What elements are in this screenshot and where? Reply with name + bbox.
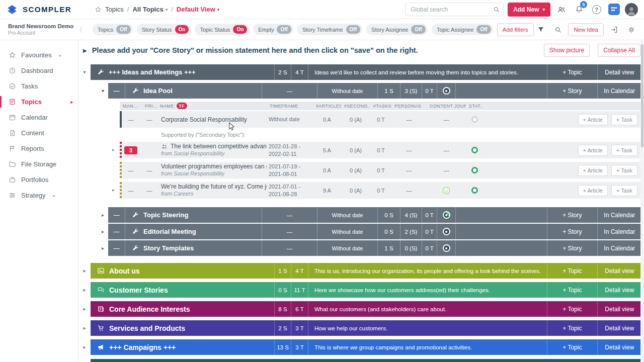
chevron-right-icon[interactable]: ▸ xyxy=(83,267,86,274)
sidebar-item-reports[interactable]: Reports xyxy=(0,141,78,156)
chevron-right-icon[interactable]: ▸ xyxy=(83,287,86,293)
show-picture-button[interactable]: Show picture xyxy=(544,44,590,57)
chevron-right-icon[interactable]: ▸ xyxy=(83,344,86,350)
chevron-right-icon[interactable]: ▸ xyxy=(102,212,104,218)
workspace-menu-icon[interactable]: ⋮ xyxy=(77,26,84,33)
topic-title-cell[interactable]: Editorial Meeting xyxy=(125,224,262,239)
in-calendar-button[interactable]: In Calendar xyxy=(597,240,641,256)
detail-view-button[interactable]: Detail view xyxy=(597,282,641,298)
status-donut-icon[interactable] xyxy=(443,211,450,219)
story-row[interactable]: — — Volunteer programmes employees can g… xyxy=(120,162,641,178)
status-ring-icon[interactable] xyxy=(471,187,478,194)
chevron-right-icon[interactable]: ▸ xyxy=(112,147,115,152)
col-name[interactable]: NAMETF xyxy=(157,103,267,109)
sidebar-item-portfolios[interactable]: Portfolios xyxy=(0,172,78,188)
user-avatar[interactable] xyxy=(625,3,638,16)
col-priority[interactable]: PRI... xyxy=(142,104,157,109)
section-title-cell[interactable]: Core Audience Interests xyxy=(91,301,274,317)
global-search-input[interactable] xyxy=(405,3,504,16)
add-topic-button[interactable]: + Topic xyxy=(547,282,597,298)
add-filters-button[interactable]: Add filters xyxy=(497,23,534,36)
collapse-all-button[interactable]: Collapse All xyxy=(598,44,640,57)
sidebar-item-topics[interactable]: Topics▸ xyxy=(0,94,78,110)
search-icon[interactable] xyxy=(551,23,565,36)
sidebar-item-favourites[interactable]: Favourites▸ xyxy=(0,47,78,63)
ideas-meetings-title-cell[interactable]: +++ Ideas and Meetings +++ xyxy=(91,64,274,80)
detail-view-button[interactable]: Detail view xyxy=(597,339,641,355)
status-donut-icon[interactable] xyxy=(443,244,450,252)
add-article-button[interactable]: + Article xyxy=(578,145,608,156)
filter-chip-story-timeframe[interactable]: Story TimeframeOff xyxy=(297,24,362,35)
add-topic-button[interactable]: + Topic xyxy=(547,263,597,279)
add-topic-button[interactable]: + Topic xyxy=(547,301,597,317)
search-icon[interactable] xyxy=(493,6,500,13)
topic-title-cell[interactable]: Topic Steering xyxy=(125,207,262,223)
chevron-right-icon[interactable]: ▸ xyxy=(102,245,104,251)
chevron-down-icon[interactable]: ▾ xyxy=(83,69,86,75)
filter-funnel-icon[interactable] xyxy=(534,23,547,36)
calendar-app-icon[interactable] xyxy=(607,3,621,16)
col-content-journey[interactable]: CONTENT JOUR... xyxy=(427,104,466,109)
scrollbar-thumb[interactable] xyxy=(641,44,643,147)
section-title-cell[interactable]: Services and Products xyxy=(91,320,274,336)
export-icon[interactable] xyxy=(607,23,621,36)
col-personas[interactable]: PERSONAS xyxy=(391,104,427,109)
status-ring-icon[interactable] xyxy=(471,167,478,173)
add-topic-button[interactable]: + Topic xyxy=(547,64,597,80)
detail-view-button[interactable]: Detail view xyxy=(597,320,641,336)
section-title-cell[interactable]: +++ Campaigns +++ xyxy=(91,339,274,355)
partial-section-bar[interactable] xyxy=(91,359,641,362)
filter-chip-story-assignee[interactable]: Story AssigneeOff xyxy=(366,24,428,35)
add-task-button[interactable]: + Task xyxy=(611,114,637,125)
community-icon[interactable] xyxy=(554,3,568,16)
story-row[interactable]: ▸ 3 The link between competitive advanta… xyxy=(120,142,641,158)
help-icon[interactable]: ? xyxy=(590,3,603,16)
idea-pool-title-cell[interactable]: Idea Pool xyxy=(125,83,262,99)
new-idea-button[interactable]: New Idea xyxy=(568,23,604,36)
section-title-cell[interactable]: Customer Stories xyxy=(91,282,274,298)
story-name[interactable]: The link between competitive advantag... xyxy=(171,143,267,150)
filter-chip-topic-status[interactable]: Topic StatusOn xyxy=(195,24,249,35)
col-timeframe[interactable]: TIMEFRAME xyxy=(267,104,313,109)
add-topic-button[interactable]: + Topic xyxy=(547,320,597,336)
filter-chip-topic-assignee[interactable]: Topic AssigneeOff xyxy=(432,24,493,35)
status-ring-icon[interactable] xyxy=(471,116,478,123)
in-calendar-button[interactable]: In Calendar xyxy=(597,207,641,223)
sidebar-item-dashboard[interactable]: Dashboard xyxy=(0,63,78,78)
add-topic-button[interactable]: + Topic xyxy=(547,339,597,355)
filter-chip-story-status[interactable]: Story StatusOn xyxy=(137,24,191,35)
sidebar-item-calendar[interactable]: Calendar xyxy=(0,110,78,125)
notifications-bell-icon[interactable]: 5 xyxy=(572,3,586,16)
story-row[interactable]: ▸ — — We're building the future of xyz. … xyxy=(120,182,641,199)
add-article-button[interactable]: + Article xyxy=(578,165,608,176)
filter-chip-topics[interactable]: TopicsOff xyxy=(93,24,133,35)
add-story-button[interactable]: + Story xyxy=(547,240,597,256)
status-donut-icon[interactable] xyxy=(443,87,450,95)
workspace-switcher[interactable]: Brand Newsroom Demo Pro Account ⋮ xyxy=(0,23,78,36)
add-new-button[interactable]: Add New▾ xyxy=(508,3,550,17)
add-task-button[interactable]: + Task xyxy=(611,145,637,156)
add-task-button[interactable]: + Task xyxy=(611,185,637,196)
default-view-dropdown[interactable]: Default View▾ xyxy=(177,6,220,13)
col-articles[interactable]: #ARTICLES xyxy=(313,104,341,109)
chevron-right-icon[interactable]: ▸ xyxy=(102,229,104,234)
add-article-button[interactable]: + Article xyxy=(578,185,608,196)
col-manager[interactable]: MAN... xyxy=(120,104,142,109)
story-row[interactable]: — — Corporate Social Responsability With… xyxy=(120,111,641,128)
topic-title-cell[interactable]: Story Templates xyxy=(125,240,262,256)
story-name[interactable]: Corporate Social Responsability xyxy=(161,116,247,123)
add-task-button[interactable]: + Task xyxy=(611,165,637,176)
in-calendar-button[interactable]: In Calendar xyxy=(597,224,641,239)
add-story-button[interactable]: + Story xyxy=(547,207,597,223)
sidebar-item-strategy[interactable]: Strategy▸ xyxy=(0,188,78,203)
sidebar-item-file-storage[interactable]: File Storage xyxy=(0,156,78,172)
col-secondary[interactable]: #SECOND... xyxy=(341,104,370,109)
filter-chip-empty[interactable]: EmptyOff xyxy=(253,24,293,35)
chevron-right-icon[interactable]: ▸ xyxy=(83,306,86,312)
in-calendar-button[interactable]: In Calendar xyxy=(597,83,641,99)
status-donut-icon[interactable] xyxy=(443,228,450,235)
all-topics-dropdown[interactable]: All Topics▾ xyxy=(132,6,168,13)
add-story-button[interactable]: + Story xyxy=(547,224,597,239)
story-name[interactable]: Volunteer programmes employees can get .… xyxy=(161,163,267,170)
col-status[interactable]: STAT... xyxy=(466,104,483,109)
